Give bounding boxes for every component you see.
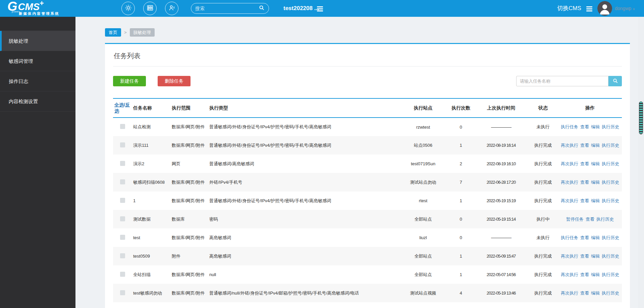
page-title: 任务列表 bbox=[113, 44, 622, 67]
action-link[interactable]: 再次执行 bbox=[561, 143, 578, 148]
logo-plus: + bbox=[40, 0, 44, 7]
action-link[interactable]: 暂停任务 bbox=[566, 217, 584, 222]
task-name-cell: 敏感词扫描0608 bbox=[132, 173, 170, 191]
sidebar-item-operation-log[interactable]: 操作日志 bbox=[0, 71, 75, 91]
action-link[interactable]: 再次执行 bbox=[561, 161, 578, 166]
task-name-search-input[interactable] bbox=[516, 76, 608, 86]
sidebar-item-desensitization[interactable]: 脱敏处理 bbox=[0, 31, 75, 51]
action-link[interactable]: 编辑 bbox=[591, 235, 600, 240]
global-search-input[interactable] bbox=[195, 6, 259, 11]
action-link[interactable]: 编辑 bbox=[591, 254, 600, 259]
row-checkbox[interactable] bbox=[120, 179, 125, 184]
breadcrumb-home[interactable]: 首页 bbox=[105, 28, 121, 37]
action-link[interactable]: 再次执行 bbox=[561, 272, 578, 277]
action-link[interactable]: 执行历史 bbox=[596, 217, 614, 222]
task-search-button[interactable] bbox=[608, 76, 622, 86]
action-link[interactable]: 执行历史 bbox=[602, 235, 619, 240]
action-link[interactable]: 编辑 bbox=[591, 143, 600, 148]
task-scope-cell: 数据库/网页/附件 bbox=[170, 228, 208, 247]
action-link[interactable]: 编辑 bbox=[591, 161, 600, 166]
create-task-button[interactable]: 新建任务 bbox=[113, 76, 146, 86]
row-checkbox[interactable] bbox=[120, 161, 125, 166]
action-link[interactable]: 执行历史 bbox=[602, 254, 619, 259]
user-menu[interactable]: dongwp∨ bbox=[615, 0, 635, 17]
scrollbar-track[interactable] bbox=[638, 17, 644, 308]
row-checkbox[interactable] bbox=[120, 142, 125, 147]
sidebar-item-sensitive-words[interactable]: 敏感词管理 bbox=[0, 51, 75, 71]
row-checkbox[interactable] bbox=[120, 235, 125, 240]
action-link[interactable]: 查看 bbox=[580, 143, 589, 148]
task-status-cell: 执行完成 bbox=[528, 247, 558, 265]
action-link[interactable]: 编辑 bbox=[591, 124, 600, 129]
action-link[interactable]: 编辑 bbox=[591, 291, 600, 296]
table-row: 1 数据库/网页/附件 普通敏感词/外链/身份证号/IPv4/护照号/密码/手机… bbox=[113, 191, 622, 210]
action-link[interactable]: 查看 bbox=[580, 180, 589, 185]
action-link[interactable]: 执行历史 bbox=[602, 124, 619, 129]
action-link[interactable]: 查看 bbox=[580, 124, 589, 129]
action-link[interactable]: 执行任务 bbox=[561, 124, 578, 129]
action-link[interactable]: 执行任务 bbox=[561, 235, 578, 240]
table-header-row: 全选/反选 任务名称执行范围执行类型执行站点执行次数上次执行时间状态操作 bbox=[113, 98, 622, 118]
action-link[interactable]: 编辑 bbox=[591, 198, 600, 203]
row-checkbox[interactable] bbox=[120, 124, 125, 129]
task-last-time-cell: 2022-05-19 15:14 bbox=[474, 210, 528, 228]
table-row: 敏感词扫描0608 数据库/网页/附件 外链/IPv4/手机号 测试站点勿动 7… bbox=[113, 173, 622, 191]
row-checkbox[interactable] bbox=[120, 290, 125, 295]
modules-button[interactable] bbox=[143, 2, 157, 15]
column-header: 操作 bbox=[558, 98, 622, 118]
settings-button[interactable] bbox=[121, 2, 135, 15]
row-checkbox[interactable] bbox=[120, 253, 125, 258]
scrollbar-thumb[interactable] bbox=[639, 101, 643, 134]
select-all-link[interactable]: 全选 bbox=[114, 102, 124, 107]
task-type-cell: 普通敏感词/外链/身份证号/IPv4/护照号/密码/手机号/高危敏感词 bbox=[208, 118, 399, 136]
task-last-time-cell: 2022-08-19 16:14 bbox=[474, 136, 528, 155]
search-icon[interactable] bbox=[259, 5, 265, 12]
task-name-cell: test bbox=[132, 228, 170, 247]
app-menu-icon[interactable] bbox=[586, 6, 592, 11]
action-link[interactable]: 查看 bbox=[580, 235, 589, 240]
delete-task-button[interactable]: 删除任务 bbox=[158, 76, 191, 86]
task-last-time-cell: 2022-08-19 16:10 bbox=[474, 155, 528, 173]
action-link[interactable]: 查看 bbox=[580, 254, 589, 259]
table-row: test 数据库/网页/附件 高危敏感词 liuzl 0 ————— 未执行 执… bbox=[113, 228, 622, 247]
user-manage-button[interactable] bbox=[165, 2, 178, 15]
task-site-cell: rtest bbox=[399, 191, 447, 210]
task-table: 全选/反选 任务名称执行范围执行类型执行站点执行次数上次执行时间状态操作 站点检… bbox=[113, 98, 622, 302]
logo-power-text: power bbox=[12, 6, 20, 17]
action-link[interactable]: 执行历史 bbox=[602, 180, 619, 185]
table-row: 站点检测 数据库/网页/附件 普通敏感词/外链/身份证号/IPv4/护照号/密码… bbox=[113, 118, 622, 136]
row-checkbox[interactable] bbox=[120, 216, 125, 221]
action-link[interactable]: 执行历史 bbox=[602, 291, 619, 296]
action-link[interactable]: 查看 bbox=[580, 198, 589, 203]
action-link[interactable]: 查看 bbox=[580, 272, 589, 277]
row-checkbox[interactable] bbox=[120, 272, 125, 277]
avatar[interactable] bbox=[597, 1, 612, 16]
select-header: 全选/反选 bbox=[113, 98, 132, 118]
action-link[interactable]: 编辑 bbox=[591, 180, 600, 185]
sidebar-item-content-detection[interactable]: 内容检测设置 bbox=[0, 91, 75, 112]
row-checkbox[interactable] bbox=[120, 198, 125, 203]
task-site-cell: liuzl bbox=[399, 228, 447, 247]
column-header: 任务名称 bbox=[132, 98, 170, 118]
action-link[interactable]: 查看 bbox=[580, 291, 589, 296]
task-last-time-cell: 2022-06-28 17:20 bbox=[474, 173, 528, 191]
switch-cms-link[interactable]: 切换CMS bbox=[557, 0, 581, 17]
task-status-cell: 未执行 bbox=[528, 228, 558, 247]
action-link[interactable]: 执行历史 bbox=[602, 198, 619, 203]
action-link[interactable]: 编辑 bbox=[591, 272, 600, 277]
action-link[interactable]: 执行历史 bbox=[602, 143, 619, 148]
modules-icon bbox=[147, 4, 154, 13]
action-link[interactable]: 执行历史 bbox=[602, 272, 619, 277]
action-link[interactable]: 再次执行 bbox=[561, 198, 578, 203]
action-link[interactable]: 再次执行 bbox=[561, 291, 578, 296]
task-name-cell: 1 bbox=[132, 191, 170, 210]
action-link[interactable]: 再次执行 bbox=[561, 254, 578, 259]
action-link[interactable]: 查看 bbox=[586, 217, 594, 222]
site-menu-icon[interactable] bbox=[317, 6, 323, 11]
action-link[interactable]: 再次执行 bbox=[561, 180, 578, 185]
site-switcher[interactable]: test202208 ... bbox=[283, 0, 319, 17]
breadcrumb-current: 脱敏处理 bbox=[130, 28, 155, 37]
table-row: 演示111 数据库/网页/附件 普通敏感词/外链/身份证号/IPv4/护照号/密… bbox=[113, 136, 622, 155]
action-link[interactable]: 查看 bbox=[580, 161, 589, 166]
action-link[interactable]: 执行历史 bbox=[602, 161, 619, 166]
